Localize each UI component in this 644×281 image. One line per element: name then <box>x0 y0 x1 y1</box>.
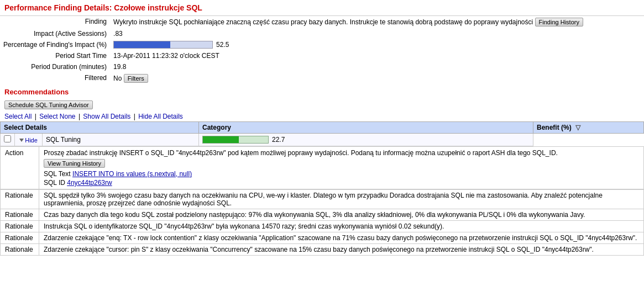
rationale-text: Czas bazy danych dla tego kodu SQL zosta… <box>39 209 644 221</box>
rec-checkbox[interactable] <box>4 135 11 142</box>
sql-text-link[interactable]: INSERT INTO ins values (s.nextval, null) <box>72 170 192 178</box>
filtered-value: No Filters <box>110 72 644 84</box>
filters-button[interactable]: Filters <box>124 74 148 83</box>
rationale-row: RationaleInstrukcja SQL o identyfikatorz… <box>1 221 644 232</box>
benefit-header: Benefit (%) ▽ <box>533 122 644 134</box>
separator-2: | <box>78 113 82 120</box>
percentage-number: 52.5 <box>216 41 229 49</box>
filtered-text: No <box>113 75 122 82</box>
rationale-row: RationaleCzas bazy danych dla tego kodu … <box>1 209 644 221</box>
separator-3: | <box>134 113 137 120</box>
benefit-bar-outer <box>202 136 269 144</box>
select-all-link[interactable]: Select All <box>4 113 32 120</box>
hide-arrow-icon <box>19 139 24 142</box>
sql-id-label: SQL ID <box>44 179 65 187</box>
schedule-sql-tuning-button[interactable]: Schedule SQL Tuning Advisor <box>4 100 93 109</box>
sql-id-link[interactable]: 4nyc44tp263rw <box>67 179 112 187</box>
separator-1: | <box>35 113 38 120</box>
percentage-label: Percentage of Finding's Impact (%) <box>0 39 110 50</box>
period-start-row: Period Start Time 13-Apr-2011 11:23:32 o… <box>0 50 644 61</box>
schedule-row: Schedule SQL Tuning Advisor <box>0 98 644 112</box>
progress-bar-inner <box>114 41 170 48</box>
show-all-details-link[interactable]: Show All Details <box>83 113 130 120</box>
filtered-label: Filtered <box>0 72 110 84</box>
rec-checkbox-cell <box>1 134 15 146</box>
hide-label: Hide <box>25 137 38 144</box>
select-details-header: Select Details <box>1 122 199 134</box>
impact-value: .83 <box>110 28 644 39</box>
select-links-row: Select All | Select None | Show All Deta… <box>0 112 644 121</box>
percentage-row: Percentage of Finding's Impact (%) 52.5 <box>0 39 644 50</box>
details-table: Finding Wykryto instrukcje SQL pochłania… <box>0 16 644 84</box>
rec-header-row: Select Details Category Benefit (%) ▽ <box>1 122 644 134</box>
finding-history-button[interactable]: Finding History <box>535 18 583 26</box>
rec-benefit-cell: 22.7 <box>198 134 533 146</box>
benefit-value: 22.7 <box>272 136 285 144</box>
rationale-text: Instrukcja SQL o identyfikatorze SQL_ID … <box>39 221 644 232</box>
period-duration-label: Period Duration (minutes) <box>0 61 110 72</box>
sort-icon[interactable]: ▽ <box>575 124 580 131</box>
progress-bar-outer <box>113 41 213 49</box>
rec-category-cell: SQL Tuning <box>43 134 199 146</box>
action-text: Proszę zbadać instrukcję INSERT o SQL_ID… <box>44 149 639 157</box>
rationale-table: RationaleSQL spędził tylko 3% swojego cz… <box>0 189 644 256</box>
rationale-row: RationaleSQL spędził tylko 3% swojego cz… <box>1 190 644 209</box>
period-start-label: Period Start Time <box>0 50 110 61</box>
rationale-label: Rationale <box>1 209 39 221</box>
action-table: Action Proszę zbadać instrukcję INSERT o… <box>0 146 644 189</box>
rationale-text: Zdarzenie czekające "enq: TX - row lock … <box>39 232 644 244</box>
rationale-label: Rationale <box>1 232 39 244</box>
view-tuning-history-button[interactable]: View Tuning History <box>44 159 105 168</box>
benefit-bar-inner <box>203 136 239 143</box>
recommendations-header: Recommendations <box>0 84 644 98</box>
rationale-label: Rationale <box>1 244 39 256</box>
action-content: Proszę zbadać instrukcję INSERT o SQL_ID… <box>39 147 644 189</box>
rationale-row: RationaleZdarzenie czekające "cursor: pi… <box>1 244 644 256</box>
recommendations-table: Select Details Category Benefit (%) ▽ Hi… <box>0 121 644 146</box>
finding-row: Finding Wykryto instrukcje SQL pochłania… <box>0 16 644 28</box>
period-start-value: 13-Apr-2011 11:23:32 o'clock CEST <box>110 50 644 61</box>
percentage-value: 52.5 <box>110 39 644 50</box>
impact-label: Impact (Active Sessions) <box>0 28 110 39</box>
category-header: Category <box>198 122 533 134</box>
rec-data-row: Hide SQL Tuning 22.7 <box>1 134 644 146</box>
action-label: Action <box>1 147 39 189</box>
rationale-row: RationaleZdarzenie czekające "enq: TX - … <box>1 232 644 244</box>
progress-container: 52.5 <box>113 41 641 49</box>
rec-hide-cell: Hide <box>15 134 43 146</box>
sql-text-label: SQL Text <box>44 170 71 178</box>
period-duration-value: 19.8 <box>110 61 644 72</box>
rationale-label: Rationale <box>1 190 39 209</box>
rationale-text: SQL spędził tylko 3% swojego czasu bazy … <box>39 190 644 209</box>
benefit-header-text: Benefit (%) <box>537 124 572 131</box>
finding-value: Wykryto instrukcje SQL pochłaniające zna… <box>110 16 644 28</box>
finding-label: Finding <box>0 16 110 28</box>
period-duration-row: Period Duration (minutes) 19.8 <box>0 61 644 72</box>
rationale-text: Zdarzenie czekające "cursor: pin S" z kl… <box>39 244 644 256</box>
select-none-link[interactable]: Select None <box>39 113 75 120</box>
filtered-row: Filtered No Filters <box>0 72 644 84</box>
finding-text: Wykryto instrukcje SQL pochłaniające zna… <box>113 18 533 26</box>
action-row: Action Proszę zbadać instrukcję INSERT o… <box>1 147 644 189</box>
hide-button[interactable]: Hide <box>19 137 38 144</box>
rationale-label: Rationale <box>1 221 39 232</box>
hide-all-details-link[interactable]: Hide All Details <box>138 113 183 120</box>
impact-row: Impact (Active Sessions) .83 <box>0 28 644 39</box>
page-title: Performance Finding Details: Czołowe ins… <box>0 0 644 16</box>
